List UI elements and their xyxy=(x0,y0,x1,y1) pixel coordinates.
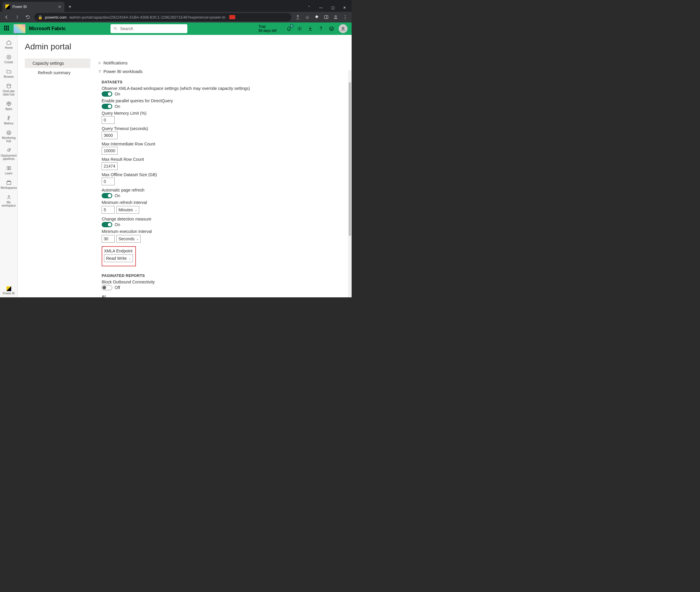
expander-notifications[interactable]: ▷Notifications xyxy=(99,58,348,67)
url-path: /admin-portal/capacities/2922434A-51BA-4… xyxy=(69,15,226,19)
window-maximize[interactable]: ▢ xyxy=(328,4,338,12)
search-placeholder: Search xyxy=(120,26,133,31)
label-change-detection: Change detection measure xyxy=(102,217,348,221)
toggle-observe-xmla[interactable] xyxy=(102,91,112,97)
extensions-icon[interactable] xyxy=(313,13,321,21)
chevron-down-icon: ⌄ xyxy=(129,257,131,260)
help-icon[interactable]: ? xyxy=(317,25,324,32)
nav-deployment[interactable]: Deployment pipelines xyxy=(0,146,18,163)
sidebar-item-refresh[interactable]: Refresh summary xyxy=(25,68,90,78)
scrollbar-thumb[interactable] xyxy=(349,82,351,236)
input-max-inter[interactable]: 10000 xyxy=(102,147,117,155)
chevron-down-icon: ⌄ xyxy=(135,208,137,212)
chevron-right-icon: ▷ xyxy=(99,61,101,64)
label-observe-xmla: Observe XMLA-based workspace settings (w… xyxy=(102,86,348,91)
toggle-block-outbound[interactable] xyxy=(102,285,112,290)
nav-learn[interactable]: Learn xyxy=(0,163,18,177)
nav-apps[interactable]: Apps xyxy=(0,99,18,113)
label-max-offline: Max Offline Dataset Size (GB) xyxy=(102,172,348,177)
label-auto-refresh: Automatic page refresh xyxy=(102,188,348,192)
svg-rect-17 xyxy=(7,182,11,185)
svg-point-15 xyxy=(8,132,10,134)
search-icon xyxy=(113,27,117,31)
close-tab-icon[interactable]: ✕ xyxy=(58,4,61,9)
forward-icon[interactable] xyxy=(13,13,21,21)
back-icon[interactable] xyxy=(2,13,11,21)
input-max-offline[interactable]: 0 xyxy=(102,178,115,185)
nav-workspaces[interactable]: Workspaces xyxy=(0,178,18,192)
powerbi-favicon xyxy=(5,4,10,9)
xmla-highlight: XMLA Endpoint Read Write⌄ xyxy=(102,246,136,266)
notifications-icon[interactable]: 8 xyxy=(286,25,293,32)
nav-myworkspace[interactable]: My workspace xyxy=(0,192,18,209)
svg-point-9 xyxy=(342,27,344,29)
app-launcher-icon[interactable] xyxy=(4,26,10,32)
section-ai: AI xyxy=(102,294,348,297)
label-query-timeout: Query Timeout (seconds) xyxy=(102,126,348,131)
nav-powerbi[interactable]: Power BI xyxy=(0,285,18,297)
svg-point-7 xyxy=(331,28,331,29)
toggle-change-detection[interactable] xyxy=(102,222,112,227)
fabric-logo xyxy=(14,24,26,33)
avatar[interactable] xyxy=(339,24,348,33)
browser-titlebar: Power BI ✕ + ˅ ― ▢ ✕ xyxy=(0,0,352,12)
select-min-refresh-unit[interactable]: Minutes⌄ xyxy=(116,206,139,214)
svg-point-14 xyxy=(7,131,11,135)
label-min-refresh: Minimum refresh interval xyxy=(102,200,348,205)
select-xmla[interactable]: Read Write⌄ xyxy=(104,254,133,262)
input-query-mem[interactable]: 0 xyxy=(102,116,115,124)
url-field[interactable]: 🔒 powerbi.com/admin-portal/capacities/29… xyxy=(34,13,291,21)
label-query-mem: Query Memory Limit (%) xyxy=(102,111,348,115)
svg-point-2 xyxy=(335,16,336,17)
section-datasets: DATASETS xyxy=(102,80,348,84)
input-min-exec[interactable]: 30 xyxy=(102,235,115,243)
svg-rect-0 xyxy=(324,16,328,19)
address-bar: 🔒 powerbi.com/admin-portal/capacities/29… xyxy=(0,12,352,22)
input-max-result[interactable]: 21474 xyxy=(102,162,117,170)
bookmark-icon[interactable]: ☆ xyxy=(303,13,311,21)
nav-monitoring[interactable]: Monitoring hub xyxy=(0,128,18,145)
nav-create[interactable]: Create xyxy=(0,52,18,66)
settings-panel: ▷Notifications ▽Power BI workloads DATAS… xyxy=(90,58,352,297)
expander-workloads[interactable]: ▽Power BI workloads xyxy=(99,67,348,76)
scrollbar[interactable] xyxy=(348,70,352,297)
tab-title: Power BI xyxy=(12,5,27,9)
select-min-exec-unit[interactable]: Seconds⌄ xyxy=(116,235,141,243)
window-close[interactable]: ✕ xyxy=(339,4,350,12)
label-min-exec: Minimum execution interval xyxy=(102,229,348,234)
left-nav: Home Create Browse OneLake data hub Apps… xyxy=(0,35,18,297)
toggle-auto-refresh[interactable] xyxy=(102,193,112,198)
search-input[interactable]: Search xyxy=(110,24,187,33)
side-panel-icon[interactable] xyxy=(322,13,330,21)
sidebar-item-capacity[interactable]: Capacity settings xyxy=(25,58,90,68)
input-query-timeout[interactable]: 3600 xyxy=(102,132,117,139)
share-icon[interactable] xyxy=(294,13,302,21)
nav-browse[interactable]: Browse xyxy=(0,67,18,81)
fabric-header: Microsoft Fabric Search Trial: 59 days l… xyxy=(0,22,352,35)
label-block-outbound: Block Outbound Connectivity xyxy=(102,280,348,284)
reload-icon[interactable] xyxy=(23,13,32,21)
profile-icon[interactable] xyxy=(332,13,340,21)
input-min-refresh[interactable]: 5 xyxy=(102,206,115,214)
download-icon[interactable] xyxy=(307,25,314,32)
chevron-down-icon: ⌄ xyxy=(136,237,139,241)
notification-badge: 8 xyxy=(290,24,294,28)
feedback-icon[interactable] xyxy=(328,25,335,32)
nav-home[interactable]: Home xyxy=(0,38,18,52)
window-dropdown-icon[interactable]: ˅ xyxy=(304,4,314,12)
section-paginated: PAGINATED REPORTS xyxy=(102,274,348,278)
toggle-parallel-dq[interactable] xyxy=(102,104,112,109)
kebab-menu-icon[interactable]: ⋮ xyxy=(341,13,349,21)
svg-point-3 xyxy=(114,27,116,29)
svg-rect-18 xyxy=(7,181,10,182)
svg-point-16 xyxy=(9,150,10,150)
trial-status: Trial: 59 days left xyxy=(258,24,277,33)
lock-icon: 🔒 xyxy=(38,15,43,19)
nav-metrics[interactable]: Metrics xyxy=(0,113,18,128)
settings-icon[interactable] xyxy=(296,25,303,32)
new-tab-button[interactable]: + xyxy=(68,4,71,9)
window-minimize[interactable]: ― xyxy=(315,4,326,12)
browser-tab[interactable]: Power BI ✕ xyxy=(2,2,64,12)
svg-point-6 xyxy=(330,27,334,31)
nav-onelake[interactable]: OneLake data hub xyxy=(0,81,18,98)
